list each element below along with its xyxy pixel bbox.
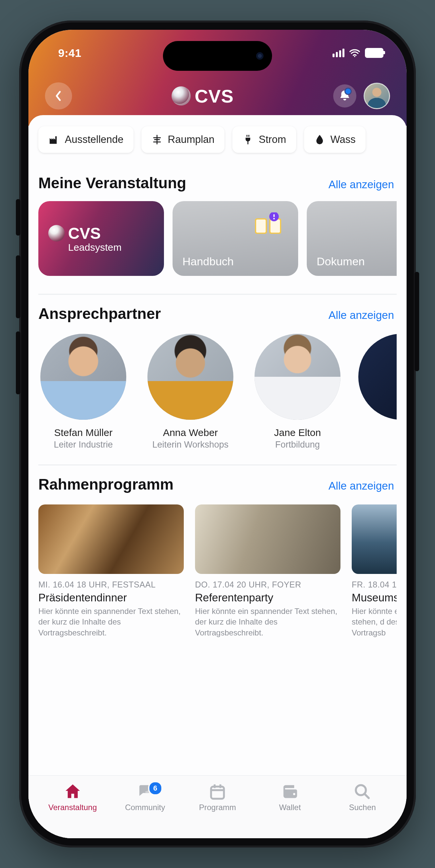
wifi-icon [349,49,360,57]
svg-point-7 [273,218,275,220]
dynamic-island [163,41,272,71]
search-icon [354,783,371,800]
contact-card[interactable]: Jane Elton Fortbildung [251,334,344,450]
event-description: Hier könnte ein spannender Text stehen, … [38,606,184,638]
card-handbuch[interactable]: Handbuch [172,201,298,276]
home-icon [64,783,81,800]
tab-label: Veranstaltung [48,803,97,812]
card-leadsystem[interactable]: CVS Leadsystem [38,201,164,276]
event-title: Referentenparty [195,591,340,604]
card-label: Handbuch [182,255,288,268]
see-all-contacts[interactable]: Alle anzeigen [329,309,394,321]
section-title-event: Meine Veranstaltung [38,174,186,192]
event-description: Hier könnte ei Text stehen, d des Vortra… [352,606,397,638]
tab-label: Suchen [349,803,376,812]
svg-rect-4 [270,220,280,233]
floorplan-icon [152,134,163,145]
wallet-icon [281,783,299,800]
drop-icon [314,134,325,145]
chip-label: Wass [331,134,356,146]
contact-name: Jane Elton [251,427,344,438]
contact-avatar [147,334,233,420]
app-logo: CVS [172,85,234,107]
cellular-icon [333,49,344,57]
event-meta: FR. 18.04 10 [352,580,397,589]
handbook-icon [253,212,283,236]
tab-label: Wallet [279,803,301,812]
status-time: 9:41 [58,46,81,60]
plug-icon [242,134,254,145]
factory-icon [48,134,60,145]
contact-avatar [40,334,126,420]
contact-role: Leiterin Workshops [144,440,237,450]
tab-community[interactable]: 6 Community [109,783,181,812]
chip-label: Ausstellende [65,134,124,146]
event-card[interactable]: MI. 16.04 18 UHR, FESTSAAL Präsidentendi… [38,504,184,638]
tab-bar: Veranstaltung 6 Community Programm Walle… [28,775,407,838]
notifications-button[interactable] [333,84,356,107]
chevron-left-icon [54,90,63,101]
svg-point-0 [354,56,355,57]
event-title: Präsidentendinner [38,591,184,604]
event-card[interactable]: DO. 17.04 20 UHR, FOYER Referentenparty … [195,504,340,638]
see-all-event[interactable]: Alle anzeigen [329,178,394,191]
event-title: Museums [352,591,397,604]
svg-rect-8 [211,786,224,799]
contact-card[interactable]: Stefan Müller Leiter Industrie [37,334,130,450]
section-title-program: Rahmenprogramm [38,475,173,493]
tab-wallet[interactable]: Wallet [254,783,326,812]
filter-chip-row: Ausstellende Raumplan Strom Wass [28,125,407,164]
svg-rect-3 [256,220,266,233]
section-title-contacts: Ansprechpartner [38,305,161,322]
event-image [195,504,340,574]
chip-strom[interactable]: Strom [232,126,296,153]
svg-rect-6 [273,214,275,217]
chip-ausstellende[interactable]: Ausstellende [38,126,134,153]
event-meta: MI. 16.04 18 UHR, FESTSAAL [38,580,184,589]
contact-name: Anna Weber [144,427,237,438]
contact-avatar [255,334,340,420]
tab-label: Programm [199,803,236,812]
chip-label: Strom [259,134,286,146]
chip-label: Raumplan [168,134,214,146]
chip-wasser[interactable]: Wass [304,126,366,153]
battery-icon [365,48,383,58]
card-brand: CVS [68,224,101,243]
event-image [38,504,184,574]
logo-orb-icon [48,225,65,242]
card-label: Dokumen [317,255,397,268]
contact-card[interactable] [358,334,397,450]
profile-avatar[interactable] [364,83,390,109]
community-badge: 6 [148,781,163,796]
calendar-icon [209,783,226,800]
contact-role: Leiter Industrie [37,440,130,450]
tab-programm[interactable]: Programm [181,783,254,812]
tab-label: Community [125,803,165,812]
app-brand-text: CVS [195,85,234,107]
see-all-program[interactable]: Alle anzeigen [329,479,394,492]
tab-veranstaltung[interactable]: Veranstaltung [36,783,109,812]
card-dokumente[interactable]: Dokumen [307,201,397,276]
tab-suchen[interactable]: Suchen [326,783,399,812]
contact-card[interactable]: Anna Weber Leiterin Workshops [144,334,237,450]
notification-dot [344,88,352,95]
contact-avatar [358,334,397,420]
card-subtitle: Leadsystem [68,242,154,253]
event-card[interactable]: FR. 18.04 10 Museums Hier könnte ei Text… [352,504,397,638]
back-button[interactable] [45,82,72,110]
event-description: Hier könnte ein spannender Text stehen, … [195,606,340,638]
contact-role: Fortbildung [251,440,344,450]
chip-raumplan[interactable]: Raumplan [141,126,225,153]
logo-orb-icon [172,86,191,105]
event-meta: DO. 17.04 20 UHR, FOYER [195,580,340,589]
event-image [352,504,397,574]
contact-name: Stefan Müller [37,427,130,438]
